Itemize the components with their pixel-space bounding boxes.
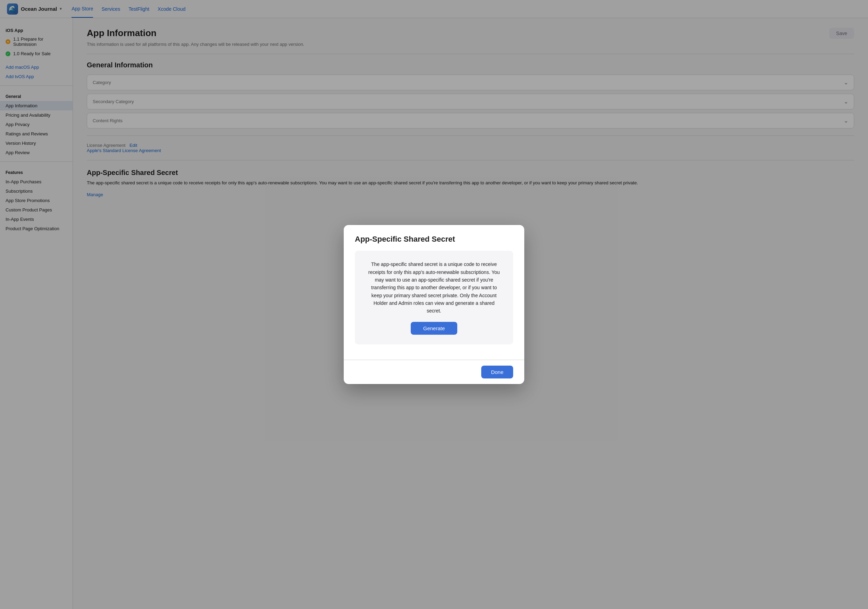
modal-body: The app-specific shared secret is a uniq…	[344, 251, 524, 360]
modal: App-Specific Shared Secret The app-speci…	[344, 225, 524, 384]
modal-info-text: The app-specific shared secret is a uniq…	[366, 260, 502, 315]
modal-header: App-Specific Shared Secret	[344, 225, 524, 251]
modal-overlay: App-Specific Shared Secret The app-speci…	[0, 0, 868, 609]
modal-info-box: The app-specific shared secret is a uniq…	[355, 251, 513, 344]
done-button[interactable]: Done	[481, 366, 513, 378]
generate-button[interactable]: Generate	[411, 322, 457, 335]
modal-footer: Done	[344, 360, 524, 384]
modal-title: App-Specific Shared Secret	[355, 235, 513, 244]
